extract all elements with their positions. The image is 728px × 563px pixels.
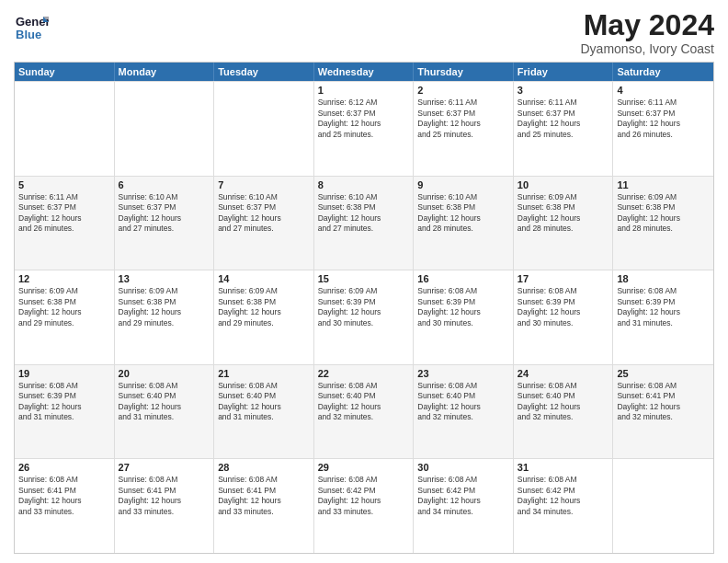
calendar-cell [15, 82, 115, 176]
cell-info: Sunrise: 6:08 AM Sunset: 6:39 PM Dayligh… [417, 286, 509, 328]
day-number: 15 [318, 273, 410, 284]
calendar-cell: 2Sunrise: 6:11 AM Sunset: 6:37 PM Daylig… [414, 82, 514, 176]
cell-info: Sunrise: 6:09 AM Sunset: 6:38 PM Dayligh… [518, 192, 609, 235]
cell-info: Sunrise: 6:08 AM Sunset: 6:40 PM Dayligh… [417, 381, 509, 423]
day-number: 6 [119, 179, 210, 190]
calendar-cell: 7Sunrise: 6:10 AM Sunset: 6:37 PM Daylig… [214, 177, 314, 270]
calendar-cell: 10Sunrise: 6:09 AM Sunset: 6:38 PM Dayli… [514, 177, 614, 270]
calendar-row: 12Sunrise: 6:09 AM Sunset: 6:38 PM Dayli… [15, 270, 713, 364]
cell-info: Sunrise: 6:08 AM Sunset: 6:40 PM Dayligh… [119, 381, 210, 423]
month-title: May 2024 [581, 9, 715, 41]
cell-info: Sunrise: 6:11 AM Sunset: 6:37 PM Dayligh… [518, 98, 609, 140]
calendar-cell: 5Sunrise: 6:11 AM Sunset: 6:37 PM Daylig… [15, 177, 115, 270]
day-number: 22 [318, 368, 410, 379]
calendar-cell: 23Sunrise: 6:08 AM Sunset: 6:40 PM Dayli… [414, 365, 514, 459]
weekday-header: Wednesday [314, 63, 415, 81]
day-number: 27 [119, 462, 210, 473]
cell-info: Sunrise: 6:08 AM Sunset: 6:42 PM Dayligh… [417, 475, 509, 517]
title-block: May 2024 Dyamonso, Ivory Coast [581, 9, 715, 56]
calendar-row: 1Sunrise: 6:12 AM Sunset: 6:37 PM Daylig… [15, 81, 713, 176]
cell-info: Sunrise: 6:08 AM Sunset: 6:42 PM Dayligh… [318, 475, 410, 517]
cell-info: Sunrise: 6:08 AM Sunset: 6:42 PM Dayligh… [518, 475, 609, 517]
weekday-header: Saturday [613, 63, 713, 81]
day-number: 5 [18, 179, 110, 190]
calendar-cell: 8Sunrise: 6:10 AM Sunset: 6:38 PM Daylig… [314, 177, 415, 270]
day-number: 19 [18, 368, 110, 379]
calendar-cell: 19Sunrise: 6:08 AM Sunset: 6:39 PM Dayli… [15, 365, 115, 459]
day-number: 9 [417, 179, 509, 190]
calendar-cell: 1Sunrise: 6:12 AM Sunset: 6:37 PM Daylig… [314, 82, 415, 176]
day-number: 3 [518, 85, 609, 96]
calendar-cell: 11Sunrise: 6:09 AM Sunset: 6:38 PM Dayli… [613, 177, 713, 270]
calendar-cell: 30Sunrise: 6:08 AM Sunset: 6:42 PM Dayli… [414, 459, 514, 553]
cell-info: Sunrise: 6:10 AM Sunset: 6:37 PM Dayligh… [119, 192, 210, 235]
day-number: 2 [417, 85, 509, 96]
day-number: 23 [417, 368, 509, 379]
day-number: 11 [617, 179, 710, 190]
calendar-cell: 15Sunrise: 6:09 AM Sunset: 6:39 PM Dayli… [314, 270, 415, 364]
calendar-cell: 17Sunrise: 6:08 AM Sunset: 6:39 PM Dayli… [514, 270, 614, 364]
calendar-cell: 25Sunrise: 6:08 AM Sunset: 6:41 PM Dayli… [613, 365, 713, 459]
calendar-cell: 31Sunrise: 6:08 AM Sunset: 6:42 PM Dayli… [514, 459, 614, 553]
cell-info: Sunrise: 6:08 AM Sunset: 6:39 PM Dayligh… [617, 286, 710, 328]
day-number: 28 [218, 462, 310, 473]
calendar-row: 5Sunrise: 6:11 AM Sunset: 6:37 PM Daylig… [15, 176, 713, 270]
cell-info: Sunrise: 6:08 AM Sunset: 6:39 PM Dayligh… [18, 381, 110, 423]
day-number: 7 [218, 179, 310, 190]
weekday-header: Sunday [15, 63, 115, 81]
cell-info: Sunrise: 6:10 AM Sunset: 6:38 PM Dayligh… [318, 192, 410, 235]
day-number: 21 [218, 368, 310, 379]
weekday-header: Monday [115, 63, 215, 81]
cell-info: Sunrise: 6:08 AM Sunset: 6:40 PM Dayligh… [218, 381, 310, 423]
calendar-header: SundayMondayTuesdayWednesdayThursdayFrid… [15, 63, 713, 81]
svg-text:Blue: Blue [16, 28, 41, 41]
day-number: 29 [318, 462, 410, 473]
calendar-cell: 4Sunrise: 6:11 AM Sunset: 6:37 PM Daylig… [613, 82, 713, 176]
cell-info: Sunrise: 6:10 AM Sunset: 6:38 PM Dayligh… [417, 192, 509, 235]
calendar-cell [115, 82, 215, 176]
calendar-cell [214, 82, 314, 176]
calendar-row: 26Sunrise: 6:08 AM Sunset: 6:41 PM Dayli… [15, 458, 713, 553]
cell-info: Sunrise: 6:08 AM Sunset: 6:39 PM Dayligh… [518, 286, 609, 328]
day-number: 16 [417, 273, 509, 284]
calendar-cell: 18Sunrise: 6:08 AM Sunset: 6:39 PM Dayli… [613, 270, 713, 364]
cell-info: Sunrise: 6:11 AM Sunset: 6:37 PM Dayligh… [18, 192, 110, 235]
day-number: 12 [18, 273, 110, 284]
cell-info: Sunrise: 6:09 AM Sunset: 6:38 PM Dayligh… [617, 192, 710, 235]
weekday-header: Tuesday [214, 63, 314, 81]
cell-info: Sunrise: 6:09 AM Sunset: 6:38 PM Dayligh… [218, 286, 310, 328]
cell-info: Sunrise: 6:09 AM Sunset: 6:38 PM Dayligh… [119, 286, 210, 328]
cell-info: Sunrise: 6:08 AM Sunset: 6:41 PM Dayligh… [617, 381, 710, 423]
cell-info: Sunrise: 6:08 AM Sunset: 6:41 PM Dayligh… [119, 475, 210, 517]
calendar-row: 19Sunrise: 6:08 AM Sunset: 6:39 PM Dayli… [15, 364, 713, 459]
weekday-header: Friday [514, 63, 614, 81]
location: Dyamonso, Ivory Coast [581, 41, 715, 56]
calendar-cell: 13Sunrise: 6:09 AM Sunset: 6:38 PM Dayli… [115, 270, 215, 364]
calendar: SundayMondayTuesdayWednesdayThursdayFrid… [14, 62, 714, 554]
day-number: 18 [617, 273, 710, 284]
calendar-cell: 12Sunrise: 6:09 AM Sunset: 6:38 PM Dayli… [15, 270, 115, 364]
header: General Blue May 2024 Dyamonso, Ivory Co… [14, 9, 714, 56]
calendar-cell: 29Sunrise: 6:08 AM Sunset: 6:42 PM Dayli… [314, 459, 415, 553]
day-number: 24 [518, 368, 609, 379]
calendar-cell: 22Sunrise: 6:08 AM Sunset: 6:40 PM Dayli… [314, 365, 415, 459]
calendar-cell: 6Sunrise: 6:10 AM Sunset: 6:37 PM Daylig… [115, 177, 215, 270]
calendar-cell: 16Sunrise: 6:08 AM Sunset: 6:39 PM Dayli… [414, 270, 514, 364]
day-number: 26 [18, 462, 110, 473]
cell-info: Sunrise: 6:09 AM Sunset: 6:39 PM Dayligh… [318, 286, 410, 328]
cell-info: Sunrise: 6:08 AM Sunset: 6:40 PM Dayligh… [518, 381, 609, 423]
day-number: 30 [417, 462, 509, 473]
calendar-cell: 9Sunrise: 6:10 AM Sunset: 6:38 PM Daylig… [414, 177, 514, 270]
cell-info: Sunrise: 6:11 AM Sunset: 6:37 PM Dayligh… [417, 98, 509, 140]
day-number: 1 [318, 85, 410, 96]
calendar-cell: 20Sunrise: 6:08 AM Sunset: 6:40 PM Dayli… [115, 365, 215, 459]
day-number: 20 [119, 368, 210, 379]
cell-info: Sunrise: 6:12 AM Sunset: 6:37 PM Dayligh… [318, 98, 410, 140]
cell-info: Sunrise: 6:08 AM Sunset: 6:40 PM Dayligh… [318, 381, 410, 423]
page: General Blue May 2024 Dyamonso, Ivory Co… [0, 0, 728, 563]
calendar-cell: 21Sunrise: 6:08 AM Sunset: 6:40 PM Dayli… [214, 365, 314, 459]
cell-info: Sunrise: 6:08 AM Sunset: 6:41 PM Dayligh… [218, 475, 310, 517]
day-number: 14 [218, 273, 310, 284]
weekday-header: Thursday [414, 63, 514, 81]
calendar-cell: 14Sunrise: 6:09 AM Sunset: 6:38 PM Dayli… [214, 270, 314, 364]
